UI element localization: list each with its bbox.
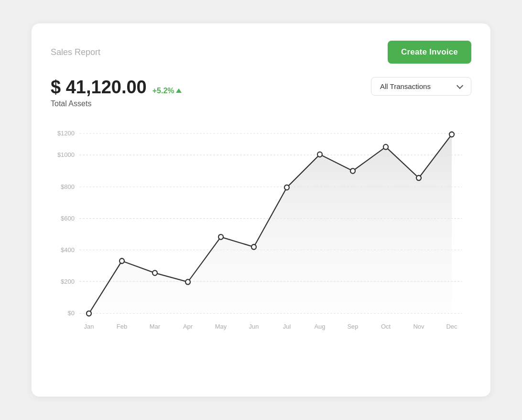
y-label-1200: $1200 xyxy=(57,130,75,137)
up-arrow-icon xyxy=(176,88,182,93)
x-label-apr: Apr xyxy=(183,322,193,330)
dot-jan xyxy=(87,311,91,316)
transaction-filter-dropdown[interactable]: All Transactions xyxy=(371,77,471,96)
create-invoice-button[interactable]: Create Invoice xyxy=(388,41,471,64)
x-label-jul: Jul xyxy=(283,322,291,330)
dot-jun xyxy=(251,244,256,249)
dot-sep xyxy=(350,168,355,173)
header: Sales Report Create Invoice xyxy=(51,41,471,64)
y-label-0: $0 xyxy=(68,309,75,317)
change-value: +5.2% xyxy=(152,87,174,95)
x-label-sep: Sep xyxy=(347,322,358,330)
dot-apr xyxy=(185,279,190,284)
y-label-800: $800 xyxy=(61,183,75,190)
page-title: Sales Report xyxy=(51,47,100,57)
dot-oct xyxy=(383,144,388,149)
y-label-200: $200 xyxy=(61,277,75,285)
x-label-feb: Feb xyxy=(117,322,127,330)
chevron-down-icon xyxy=(457,82,463,88)
dot-jul xyxy=(284,185,289,190)
x-label-aug: Aug xyxy=(314,322,325,330)
dot-feb xyxy=(120,258,124,263)
y-label-400: $400 xyxy=(61,246,75,253)
x-label-oct: Oct xyxy=(381,322,391,330)
filter-selected-label: All Transactions xyxy=(380,82,431,90)
chart-area: $0 $200 $400 $600 $800 $1000 $1200 Jan F… xyxy=(51,123,471,343)
y-label-600: $600 xyxy=(61,215,75,222)
amount-block: $ 41,120.00 +5.2% Total Assets xyxy=(51,77,182,108)
y-label-1000: $1000 xyxy=(57,151,75,158)
line-chart: $0 $200 $400 $600 $800 $1000 $1200 Jan F… xyxy=(51,123,471,343)
dot-aug xyxy=(317,152,322,157)
x-label-mar: Mar xyxy=(150,322,161,330)
x-label-dec: Dec xyxy=(446,322,457,330)
sales-report-card: Sales Report Create Invoice $ 41,120.00 … xyxy=(32,23,490,397)
dot-dec xyxy=(449,132,454,137)
x-label-nov: Nov xyxy=(413,322,424,330)
chart-area-fill xyxy=(89,134,452,313)
dot-may xyxy=(218,234,223,239)
summary-row: $ 41,120.00 +5.2% Total Assets All Trans… xyxy=(51,77,471,108)
x-label-jan: Jan xyxy=(84,322,94,330)
amount-label: Total Assets xyxy=(51,99,182,108)
dot-nov xyxy=(416,176,421,180)
dot-mar xyxy=(152,270,157,275)
amount-change: +5.2% xyxy=(152,87,182,95)
amount-line: $ 41,120.00 +5.2% xyxy=(51,77,182,98)
total-amount: $ 41,120.00 xyxy=(51,77,147,98)
x-label-jun: Jun xyxy=(249,322,259,330)
x-label-may: May xyxy=(215,322,227,330)
